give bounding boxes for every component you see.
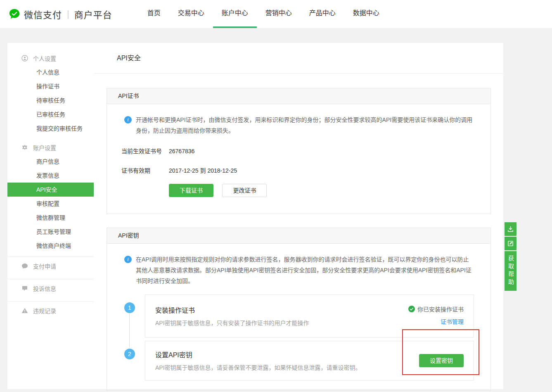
step-2-description: API密钥属于敏感信息，请妥善保管不要泄露，如果怀疑信息泄露，请重设密钥。: [155, 363, 361, 372]
message-square-icon: [21, 285, 28, 292]
nav-item-transaction-center[interactable]: 交易中心: [169, 0, 213, 28]
platform-text: 商户平台: [74, 7, 112, 21]
feedback-form-button[interactable]: [505, 237, 516, 250]
step-2-title: 设置API密钥: [155, 349, 361, 359]
step-1-badge: 1: [124, 302, 135, 313]
cert-number-value: 26767836: [169, 147, 194, 155]
sidebar-group-label: 投诉信息: [33, 284, 56, 292]
sidebar: 个人设置 个人信息 操作证书 待审核任务 已审核任务 我提交的审核任务 账户设置…: [7, 43, 94, 389]
api-cert-description: 开通帐号和更换API证书时，由微信支付签发，用来标识和界定你的身份；部分安全性要…: [136, 114, 474, 136]
sidebar-group-account-settings[interactable]: 账户设置: [7, 140, 94, 154]
step-install-cert: 1 安装操作证书 API密钥属于敏感信息，只有安装了操作证书的用户才能操作: [121, 295, 474, 337]
cert-management-link[interactable]: 证书管理: [441, 317, 464, 325]
nav-item-account-center[interactable]: 账户中心: [213, 0, 257, 28]
api-key-section-title: API密钥: [107, 228, 490, 244]
step-1-description: API密钥属于敏感信息，只有安装了操作证书的用户才能操作: [155, 319, 309, 327]
set-api-key-button[interactable]: 设置密钥: [419, 354, 464, 367]
brand-text: 微信支付: [24, 7, 62, 21]
download-tool-button[interactable]: [505, 222, 516, 236]
page-title: API安全: [94, 43, 503, 74]
main-nav: 首页 交易中心 账户中心 营销中心 产品中心 数据中心: [139, 0, 388, 28]
sidebar-group-label: 个人设置: [33, 54, 56, 62]
api-cert-section: API证书 i 开通帐号和更换API证书时，由微信支付签发，用来标识和界定你的身…: [107, 88, 491, 214]
nav-item-home[interactable]: 首页: [139, 0, 169, 28]
wechat-logo-icon: [8, 8, 21, 20]
step-1-title: 安装操作证书: [155, 305, 309, 315]
sidebar-group-violation-records[interactable]: 违规记录: [7, 302, 94, 320]
nav-item-marketing-center[interactable]: 营销中心: [257, 0, 301, 28]
gear-icon: [21, 144, 28, 151]
sidebar-item-merchant-info[interactable]: 商户信息: [7, 154, 94, 169]
sidebar-group-label: 违规记录: [33, 306, 56, 315]
api-cert-section-title: API证书: [107, 88, 490, 104]
sidebar-group-complaint-info[interactable]: 投诉信息: [7, 279, 94, 297]
edit-form-icon: [507, 240, 514, 247]
check-circle-icon: [408, 306, 415, 312]
sidebar-group-personal-settings[interactable]: 个人设置: [7, 51, 94, 65]
wechat-pay-logo[interactable]: 微信支付 | 商户平台: [8, 7, 112, 21]
sidebar-item-reviewed-tasks[interactable]: 已审核任务: [7, 107, 94, 121]
cert-installed-status: 你已安装操作证书: [408, 305, 464, 313]
download-cert-button[interactable]: 下载证书: [169, 184, 213, 197]
sidebar-item-invoice-info[interactable]: 发票信息: [7, 169, 94, 183]
info-icon: i: [124, 116, 132, 124]
person-circle-icon: [21, 55, 28, 62]
step-set-api-key: 2 设置API密钥 API密钥属于敏感信息，请妥善保管不要泄露，如果怀疑信息泄露…: [121, 341, 474, 380]
floating-help-bar: 获取帮助: [505, 222, 516, 291]
get-help-button[interactable]: 获取帮助: [505, 251, 516, 291]
api-key-steps: 1 安装操作证书 API密钥属于敏感信息，只有安装了操作证书的用户才能操作: [121, 295, 474, 380]
brand-divider: |: [67, 9, 69, 19]
api-key-description: 在API调用时用来按照指定规则对你的请求参数进行签名，服务器收到你的请求时会进行…: [136, 254, 474, 286]
nav-item-product-center[interactable]: 产品中心: [301, 0, 344, 28]
download-icon: [507, 226, 514, 232]
sidebar-group-label: 账户设置: [33, 143, 56, 152]
top-header: 微信支付 | 商户平台 首页 交易中心 账户中心 营销中心 产品中心 数据中心: [0, 0, 552, 28]
sidebar-group-payment-application[interactable]: 支付申请: [7, 257, 94, 275]
sidebar-item-my-submitted-tasks[interactable]: 我提交的审核任务: [7, 121, 94, 135]
sidebar-group-label: 支付申请: [33, 262, 56, 270]
nav-item-data-center[interactable]: 数据中心: [344, 0, 388, 28]
chat-bubble-icon: [21, 263, 28, 269]
sidebar-item-pending-tasks[interactable]: 待审核任务: [7, 93, 94, 107]
sidebar-item-wechat-group-mgmt[interactable]: 微信群管理: [7, 211, 94, 225]
sidebar-item-staff-account-mgmt[interactable]: 员工账号管理: [7, 225, 94, 239]
info-icon: i: [124, 256, 132, 263]
cert-number-label: 当前生效证书号: [121, 147, 169, 155]
cert-installed-text: 你已安装操作证书: [417, 305, 464, 313]
sidebar-item-api-security[interactable]: API安全: [7, 183, 94, 197]
sidebar-item-wechat-merchant-terminal[interactable]: 微信商户终端: [7, 239, 94, 253]
api-key-section: API密钥 i 在API调用时用来按照指定规则对你的请求参数进行签名，服务器收到…: [107, 228, 491, 391]
cert-validity-label: 证书有效期: [121, 166, 169, 175]
sidebar-item-review-config[interactable]: 审核配置: [7, 197, 94, 211]
warning-triangle-icon: [21, 307, 28, 314]
sidebar-item-operation-cert[interactable]: 操作证书: [7, 79, 94, 93]
main-content: API安全 API证书 i 开通帐号和更换API证书时，由微信支付签发，用来标识…: [94, 43, 503, 389]
step-2-badge: 2: [124, 349, 135, 359]
sidebar-item-personal-info[interactable]: 个人信息: [7, 65, 94, 79]
cert-validity-value: 2017-12-25 到 2018-12-25: [169, 166, 237, 175]
change-cert-button[interactable]: 更改证书: [222, 184, 267, 197]
